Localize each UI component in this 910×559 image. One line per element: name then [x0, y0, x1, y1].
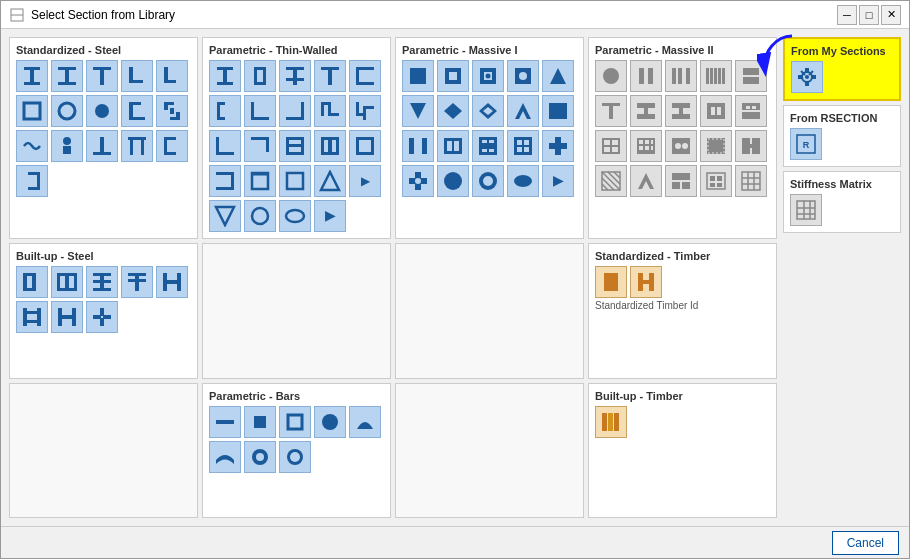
section-icon[interactable] — [542, 130, 574, 162]
section-icon[interactable] — [349, 130, 381, 162]
section-icon[interactable] — [16, 266, 48, 298]
section-icon[interactable] — [595, 130, 627, 162]
section-icon[interactable] — [86, 301, 118, 333]
section-icon[interactable] — [402, 165, 434, 197]
section-icon[interactable] — [156, 130, 188, 162]
section-icon[interactable] — [437, 95, 469, 127]
section-icon[interactable] — [244, 165, 276, 197]
section-icon[interactable] — [244, 200, 276, 232]
section-icon[interactable] — [86, 60, 118, 92]
section-icon[interactable] — [121, 266, 153, 298]
section-icon[interactable] — [700, 95, 732, 127]
section-icon[interactable] — [700, 165, 732, 197]
section-icon[interactable] — [437, 130, 469, 162]
section-icon-timber-buildup[interactable] — [595, 406, 627, 438]
section-icon[interactable] — [630, 95, 662, 127]
section-icon[interactable] — [665, 165, 697, 197]
section-icon[interactable] — [156, 266, 188, 298]
section-icon[interactable]: ▶ — [349, 165, 381, 197]
section-icon[interactable] — [507, 60, 539, 92]
section-icon[interactable] — [314, 95, 346, 127]
section-icon-timber[interactable] — [595, 266, 627, 298]
section-icon[interactable] — [665, 95, 697, 127]
section-icon[interactable] — [665, 60, 697, 92]
section-icon[interactable] — [630, 130, 662, 162]
section-icon[interactable] — [349, 60, 381, 92]
section-icon[interactable] — [86, 266, 118, 298]
section-icon[interactable] — [156, 60, 188, 92]
section-icon[interactable] — [314, 406, 346, 438]
section-icon[interactable] — [16, 130, 48, 162]
section-icon[interactable] — [402, 130, 434, 162]
section-icon[interactable] — [630, 165, 662, 197]
section-icon[interactable] — [595, 60, 627, 92]
section-icon[interactable] — [630, 60, 662, 92]
section-icon[interactable] — [735, 165, 767, 197]
section-icon[interactable] — [209, 406, 241, 438]
section-icon[interactable] — [244, 60, 276, 92]
section-icon[interactable] — [209, 60, 241, 92]
section-icon[interactable] — [16, 60, 48, 92]
section-icon[interactable] — [437, 165, 469, 197]
section-icon[interactable] — [542, 95, 574, 127]
minimize-button[interactable]: ─ — [837, 5, 857, 25]
section-icon[interactable] — [51, 301, 83, 333]
maximize-button[interactable]: □ — [859, 5, 879, 25]
section-icon[interactable]: ▶ — [542, 165, 574, 197]
section-icon[interactable] — [209, 165, 241, 197]
section-icon[interactable] — [700, 60, 732, 92]
section-icon[interactable] — [209, 441, 241, 473]
section-icon[interactable] — [16, 165, 48, 197]
section-icon[interactable] — [86, 130, 118, 162]
section-icon[interactable] — [507, 95, 539, 127]
section-icon[interactable] — [437, 60, 469, 92]
section-icon[interactable] — [209, 95, 241, 127]
section-icon[interactable] — [244, 130, 276, 162]
section-icon[interactable] — [472, 95, 504, 127]
section-icon[interactable] — [472, 130, 504, 162]
section-icon-my-section[interactable] — [791, 61, 823, 93]
section-icon[interactable] — [279, 406, 311, 438]
section-icon[interactable] — [735, 130, 767, 162]
section-icon[interactable] — [665, 130, 697, 162]
section-icon[interactable] — [86, 95, 118, 127]
section-icon[interactable] — [279, 95, 311, 127]
section-icon[interactable] — [16, 301, 48, 333]
section-icon[interactable] — [279, 200, 311, 232]
section-icon[interactable] — [402, 60, 434, 92]
section-icon[interactable] — [121, 130, 153, 162]
cancel-button[interactable]: Cancel — [832, 531, 899, 555]
section-icon[interactable] — [402, 95, 434, 127]
section-icon-rsection[interactable]: R — [790, 128, 822, 160]
section-icon[interactable] — [279, 60, 311, 92]
section-icon[interactable] — [121, 60, 153, 92]
section-icon[interactable] — [279, 441, 311, 473]
section-icon[interactable]: ▶ — [314, 200, 346, 232]
section-icon[interactable] — [735, 95, 767, 127]
section-icon[interactable] — [279, 165, 311, 197]
section-icon[interactable] — [542, 60, 574, 92]
section-icon-timber[interactable] — [630, 266, 662, 298]
section-icon[interactable] — [209, 130, 241, 162]
section-icon[interactable] — [156, 95, 188, 127]
section-icon[interactable] — [314, 130, 346, 162]
section-icon[interactable] — [121, 95, 153, 127]
section-icon[interactable] — [595, 95, 627, 127]
section-icon[interactable] — [595, 165, 627, 197]
section-icon[interactable] — [472, 165, 504, 197]
section-icon[interactable] — [244, 95, 276, 127]
section-icon[interactable] — [51, 130, 83, 162]
section-icon[interactable] — [507, 130, 539, 162]
section-icon[interactable] — [209, 200, 241, 232]
section-icon[interactable] — [244, 441, 276, 473]
section-icon[interactable] — [700, 130, 732, 162]
section-icon[interactable] — [279, 130, 311, 162]
section-icon[interactable] — [244, 406, 276, 438]
section-icon[interactable] — [16, 95, 48, 127]
section-icon[interactable] — [349, 406, 381, 438]
section-icon[interactable] — [51, 95, 83, 127]
section-icon-stiffness[interactable] — [790, 194, 822, 226]
section-icon[interactable] — [314, 60, 346, 92]
section-icon[interactable] — [507, 165, 539, 197]
section-icon[interactable] — [51, 266, 83, 298]
